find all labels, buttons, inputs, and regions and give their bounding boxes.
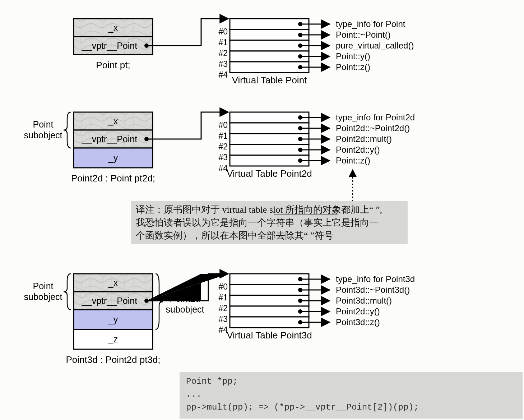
brace-left-icon [64, 112, 71, 148]
svg-rect-5 [230, 40, 309, 51]
field-z: _z [108, 334, 118, 344]
vt-entry-label: type_info for Point3d [336, 274, 415, 284]
vtable-point3d: #0 type_info for Point3d #1 Point3d::~Po… [218, 274, 415, 341]
field-x: _x [108, 116, 118, 126]
vt-slot: #1 [218, 131, 228, 140]
vt-entry-label: type_info for Point [336, 19, 405, 29]
note-line: 译注：原书图中对于 virtual table slot 所指向的对象都加上“ … [136, 204, 382, 215]
obj-point: _x __vptr__Point [74, 19, 153, 55]
svg-rect-13 [230, 134, 309, 144]
svg-rect-22 [230, 285, 309, 295]
code-line: pp->mult(pp); => (*pp->__vptr__Point[2])… [186, 402, 419, 412]
svg-rect-7 [230, 62, 309, 73]
field-x: _x [108, 23, 118, 33]
vt-slot: #2 [218, 49, 228, 58]
vt-slot: #0 [218, 282, 228, 291]
subobject-label: subobject [166, 304, 204, 314]
vtable-caption: Virtual Table Point [232, 75, 307, 86]
svg-rect-6 [230, 51, 309, 62]
vt-entry-label: Point::y() [336, 51, 370, 61]
vt-entry-label: Point2d::y() [336, 306, 380, 316]
vt-slot: #3 [218, 59, 228, 69]
vtable-caption: Virtual Table Point3d [227, 330, 312, 341]
field-vptr: __vptr__Point [82, 134, 137, 144]
obj-caption: Point2d : Point pt2d; [71, 173, 155, 184]
vt-entry-label: Point::~Point() [336, 30, 391, 40]
vt-slot: #2 [218, 142, 228, 151]
svg-rect-4 [230, 29, 309, 40]
code-line: ... [186, 389, 201, 399]
vt-entry-label: Point3d::~Point3d() [336, 285, 410, 295]
vt-slot: #4 [218, 70, 228, 79]
brace-left-icon [64, 274, 71, 310]
translator-note: 译注：原书图中对于 virtual table slot 所指向的对象都加上“ … [131, 170, 408, 244]
svg-rect-25 [230, 317, 309, 328]
code-line: Point *pp; [186, 377, 238, 386]
svg-rect-21 [230, 274, 309, 285]
svg-rect-23 [230, 295, 309, 306]
svg-rect-14 [230, 144, 309, 155]
vt-entry-label: type_info for Point2d [336, 112, 415, 122]
vtable-point2d: #0 type_info for Point2d #1 Point2d::~Po… [218, 112, 415, 179]
field-vptr: __vptr__Point [82, 296, 137, 306]
svg-rect-12 [230, 123, 309, 134]
obj-caption: Point pt; [96, 60, 130, 70]
code-example: Point *pp; ... pp->mult(pp); => (*pp->__… [180, 372, 523, 419]
vt-slot: #2 [218, 304, 228, 313]
vt-entry-label: Point::z() [336, 156, 370, 165]
subobject-label: subobject [24, 130, 62, 140]
vt-slot: #3 [218, 314, 228, 324]
obj-caption: Point3d : Point2d pt3d; [66, 354, 160, 365]
vt-entry-label: Point3d::z() [336, 317, 380, 327]
vt-slot: #3 [218, 153, 228, 162]
vt-entry-label: Point3d::mult() [336, 296, 392, 305]
subobject-label: Point [33, 281, 54, 291]
svg-rect-15 [230, 155, 309, 166]
brace-right-icon [156, 274, 163, 329]
vt-slot: #0 [218, 120, 228, 130]
note-line: 个函数实例），所以在本图中全部去除其“ ”符号 [136, 230, 333, 241]
vt-entry-label: Point::z() [336, 62, 370, 72]
vt-slot: #0 [218, 27, 228, 36]
subobject-label: subobject [24, 292, 62, 302]
vt-slot: #1 [218, 38, 228, 47]
vptr-arrow-icon [147, 112, 228, 139]
vtable-point: #0 type_info for Point #1 Point::~Point(… [218, 19, 414, 86]
vtable-caption: Virtual Table Point2d [227, 168, 312, 179]
svg-rect-3 [230, 19, 309, 29]
svg-rect-24 [230, 306, 309, 317]
svg-rect-11 [230, 112, 309, 123]
vt-entry-label: Point2d::~Point2d() [336, 123, 410, 133]
note-line: 我恐怕读者误以为它是指向一个字符串（事实上它是指向一 [136, 217, 379, 228]
vptr-arrow-icon [147, 19, 228, 46]
field-x: _x [108, 278, 118, 288]
field-y: _y [108, 153, 118, 163]
obj-point2d: _x __vptr__Point _y [74, 112, 153, 168]
vt-entry-label: Point2d::mult() [336, 134, 392, 144]
field-y: _y [108, 314, 118, 324]
obj-point3d: _x __vptr__Point _y _z [74, 274, 153, 349]
subobject-label: Point [33, 119, 54, 129]
field-vptr: __vptr__Point [82, 41, 137, 51]
vt-slot: #1 [218, 293, 228, 302]
vt-entry-label: pure_virtual_called() [336, 41, 414, 50]
vt-entry-label: Point2d::y() [336, 145, 380, 154]
